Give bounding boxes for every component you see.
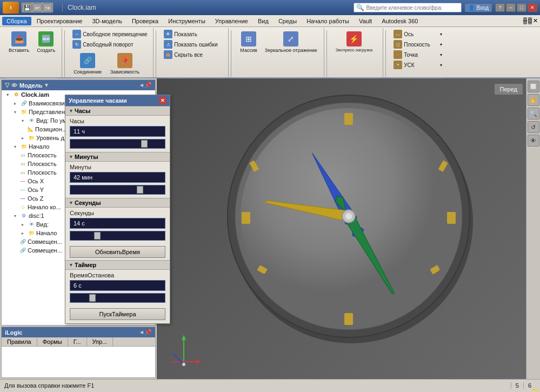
seconds-slider-thumb[interactable]	[94, 232, 101, 240]
menu-check[interactable]: Проверка	[128, 17, 163, 25]
ribbon: 📥 Вставить 🆕 Создать Компонент ▾ ↔ Свобо…	[0, 27, 540, 78]
view-cube-btn[interactable]: ⬜	[528, 81, 539, 92]
menu-3dmodel[interactable]: 3D-модель	[88, 17, 126, 25]
menu-tools[interactable]: Инструменты	[164, 17, 210, 25]
hours-input[interactable]	[70, 126, 165, 137]
search-input[interactable]	[366, 5, 442, 11]
insert-btn[interactable]: 📥 Вставить	[5, 29, 32, 55]
save-btn[interactable]: 💾	[22, 3, 32, 12]
viewport[interactable]: Перед ⬜ ✋ 🔍 ↺ 👁	[157, 78, 540, 379]
menu-vault[interactable]: Vault	[355, 17, 376, 25]
win-restore-btn[interactable]: □	[517, 3, 526, 12]
array-btn[interactable]: ⊞ Массив	[237, 29, 260, 55]
ilogic-tab-manage[interactable]: Упр...	[87, 337, 114, 346]
origin-folder-icon: 📁	[20, 143, 28, 150]
signin-label[interactable]: Вход	[476, 5, 489, 11]
statusbar-right: 5 6	[511, 382, 536, 389]
joint-icon: 🔗	[80, 53, 95, 68]
timer-section-header[interactable]: ▾ Таймер	[65, 260, 170, 270]
minutes-slider-thumb[interactable]	[137, 186, 143, 194]
ilogic-pin-icon[interactable]: 📌	[144, 329, 152, 336]
minutes-input[interactable]	[70, 172, 165, 183]
menu-assembly[interactable]: Сборка	[2, 17, 31, 25]
redo-btn[interactable]: ↪	[43, 3, 52, 12]
mirror-btn[interactable]: ⤢ Зеркальное отражение	[262, 29, 321, 55]
ilogic-tab-rules[interactable]: Правила	[2, 337, 37, 346]
express-load-btn[interactable]: ⚡ Экспресс-загрузка	[332, 29, 376, 55]
seconds-input[interactable]	[70, 218, 165, 229]
free-rotate-btn[interactable]: ↻ Свободный поворот	[70, 39, 150, 49]
y-axis-line	[173, 354, 184, 364]
hours-slider[interactable]	[70, 139, 165, 149]
panel-min-btn[interactable]: ─	[523, 17, 528, 24]
clock-control-close[interactable]: ✕	[159, 97, 166, 104]
model-tree-dropdown-icon[interactable]: ▾	[45, 82, 48, 89]
axis-dropdown-icon[interactable]: ▾	[440, 32, 442, 37]
z-axis-arrow	[182, 335, 186, 340]
joint-btn[interactable]: 🔗 Соединение	[70, 51, 105, 77]
stoptime-slider[interactable]	[70, 293, 165, 303]
seconds-slider-wrap	[65, 230, 170, 244]
win-help-btn[interactable]: ?	[495, 3, 505, 12]
menu-manage[interactable]: Управление	[211, 17, 252, 25]
menu-environments[interactable]: Среды	[274, 17, 301, 25]
look-btn[interactable]: 👁	[528, 135, 539, 147]
disc-view-icon: 👁	[28, 221, 35, 228]
create-btn[interactable]: 🆕 Создать	[34, 29, 58, 55]
ribbon-sep-2	[156, 30, 156, 84]
position-buttons: ↔ Свободное перемещение ↻ Свободный пово…	[70, 29, 150, 77]
minutes-slider[interactable]	[70, 185, 165, 195]
pan-btn[interactable]: ✋	[528, 94, 539, 106]
expand-lod-icon: ▸	[19, 134, 26, 142]
win-minimize-btn[interactable]: ─	[506, 3, 516, 12]
clock-control-header[interactable]: Управление часами ✕	[65, 95, 170, 106]
update-time-btn[interactable]: ОбновитьВремя	[70, 246, 165, 258]
ucs-dropdown-icon[interactable]: ▾	[440, 63, 442, 68]
zoom-btn[interactable]: 🔍	[528, 108, 539, 119]
hours-slider-thumb[interactable]	[141, 140, 148, 148]
panel-collapse-icon[interactable]: ◂	[140, 82, 143, 89]
ilogic-header: iLogic ◂ 📌	[2, 327, 155, 337]
seconds-slider[interactable]	[70, 231, 165, 241]
minutes-section-header[interactable]: ▾ Минуты	[65, 152, 170, 162]
undo-btn[interactable]: ↩	[32, 3, 42, 12]
show-errors-btn[interactable]: ⚠ Показать ошибки	[162, 39, 225, 49]
panel-pin-icon[interactable]: 📌	[144, 82, 152, 89]
menu-design[interactable]: Проектирование	[32, 17, 87, 25]
orbit-btn[interactable]: ↺	[528, 121, 539, 133]
start-timer-btn[interactable]: ПускТаймера	[70, 308, 165, 320]
point-btn[interactable]: · Точка ▾	[391, 50, 444, 59]
seconds-section-header[interactable]: ▾ Секунды	[65, 198, 170, 208]
tree-clock-label: Clock.iam	[21, 91, 49, 98]
ilogic-tab-forms[interactable]: Формы	[37, 337, 68, 346]
stoptime-slider-wrap	[65, 292, 170, 306]
ucs-btn[interactable]: ⌖ УСК ▾	[391, 60, 444, 70]
constraint-btn[interactable]: 📌 Зависимость	[107, 51, 143, 77]
origin-dot	[182, 363, 185, 366]
menu-autodesk360[interactable]: Autodesk 360	[377, 17, 422, 25]
filter-icon: ▽	[5, 82, 9, 89]
menu-view[interactable]: Вид	[254, 17, 273, 25]
ilogic-collapse-icon[interactable]: ◂	[140, 329, 143, 336]
panel-restore-btn[interactable]: □	[528, 17, 532, 24]
stoptime-input[interactable]	[70, 280, 165, 291]
panel-close-btn[interactable]: ✕	[533, 17, 538, 24]
search-bar[interactable]: 🔍	[354, 3, 462, 12]
plane-btn[interactable]: ◻ Плоскость ▾	[391, 39, 444, 49]
model-tree-header: ▽ 👁 Модель ▾ ◂ 📌	[2, 80, 155, 90]
quickaccess-toolbar[interactable]: 💾 ↩ ↪	[22, 3, 53, 12]
ilogic-tab-g[interactable]: Г...	[68, 337, 87, 346]
ribbon-group-position: ↔ Свободное перемещение ↻ Свободный пово…	[67, 28, 154, 86]
menu-getstarted[interactable]: Начало работы	[302, 17, 354, 25]
show-btn[interactable]: 👁 Показать	[162, 29, 225, 39]
win-close-btn[interactable]: ✕	[528, 3, 537, 12]
signin-btn[interactable]: 👤 Вход	[465, 4, 492, 12]
axis-btn[interactable]: — Ось ▾	[391, 29, 444, 39]
hide-all-btn[interactable]: 🙈 Скрыть все	[162, 50, 225, 59]
view-assembly-icon: 👁	[11, 82, 17, 89]
point-dropdown-icon[interactable]: ▾	[440, 52, 442, 57]
free-move-btn[interactable]: ↔ Свободное перемещение	[70, 29, 150, 39]
stoptime-slider-thumb[interactable]	[89, 294, 96, 302]
hours-section-header[interactable]: ▾ Часы	[65, 106, 170, 116]
plane-dropdown-icon[interactable]: ▾	[440, 42, 442, 47]
